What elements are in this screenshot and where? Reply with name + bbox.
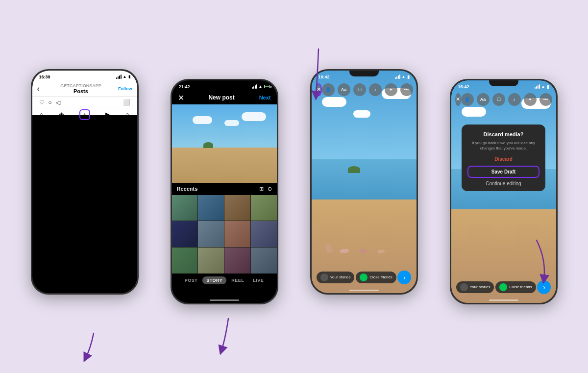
grid-photo-5[interactable]	[172, 221, 198, 247]
story-tab[interactable]: STORY	[202, 276, 226, 284]
text-tool-button-4[interactable]: Aa	[477, 93, 490, 106]
save-icon[interactable]: ⬜	[123, 99, 130, 106]
close-friends-label-3: Close friends	[369, 275, 392, 279]
left-actions: ♡ ○ ◁	[39, 99, 60, 106]
account-name: GETCAPTIONSAPP	[44, 83, 118, 88]
music-tool-button[interactable]: ♪	[369, 83, 382, 96]
grid-photo-9[interactable]	[172, 248, 198, 274]
effects-tool-button[interactable]: ✦	[385, 83, 397, 96]
grid-photo-8[interactable]	[251, 221, 277, 247]
story-tabs: POST STORY REEL LIVE	[172, 274, 277, 287]
notch-1	[70, 71, 99, 76]
photo-grid	[172, 195, 277, 274]
create-nav-button[interactable]: +	[79, 109, 90, 120]
beach-bg-3	[312, 71, 416, 293]
more-options-button[interactable]: •••	[400, 83, 413, 96]
page-title-1: Posts	[44, 88, 118, 94]
back-button[interactable]: ‹	[37, 84, 40, 93]
effects-tool-button-4[interactable]: ✦	[524, 93, 537, 106]
grid-photo-11[interactable]	[224, 248, 250, 274]
close-friends-button-4[interactable]: Close friends	[495, 281, 536, 293]
music-tool-button-4[interactable]: ♪	[508, 93, 521, 106]
cloud-3	[242, 112, 266, 121]
phone-1: 16:39 ▲ ▮ ‹ GETCAPTIONSAPP Posts Follow	[31, 69, 139, 295]
home-nav-icon[interactable]: ⌂	[40, 111, 44, 118]
profile-nav-icon[interactable]: ○	[125, 111, 129, 118]
phone-4: 16:42 ▲ ▮ ✕ 👤 Aa ☐ ♪ ✦ •••	[450, 79, 558, 304]
signal-icon-3	[395, 75, 400, 79]
grid-icon[interactable]: ⊞	[259, 186, 264, 192]
close-story-button-4[interactable]: ✕	[455, 93, 461, 106]
continue-editing-button[interactable]: Continue editing	[467, 181, 539, 186]
grid-photo-4[interactable]	[251, 195, 277, 221]
live-tab[interactable]: LIVE	[249, 276, 268, 284]
story-next-button-3[interactable]: ›	[397, 271, 411, 284]
your-stories-avatar-4	[460, 283, 468, 291]
story-tool-row: 👤 Aa ☐ ♪ ✦ •••	[322, 83, 413, 96]
posts-header: ‹ GETCAPTIONSAPP Posts Follow	[32, 81, 137, 97]
heart-icon[interactable]: ♡	[39, 99, 45, 106]
follow-button[interactable]: Follow	[118, 86, 132, 91]
time-2: 21:42	[179, 84, 190, 89]
reel-tab[interactable]: REEL	[227, 276, 248, 284]
close-friends-avatar-4	[499, 283, 507, 291]
sticker-tool-button[interactable]: ☐	[353, 83, 366, 96]
close-story-button[interactable]: ✕	[316, 83, 322, 96]
camera-icon[interactable]: ⊙	[268, 186, 272, 192]
battery-icon-4: ▮	[547, 84, 549, 89]
search-nav-icon[interactable]: ⊕	[59, 111, 64, 118]
status-icons-3: ▲ ▮	[395, 75, 410, 79]
story-bottom-3: Your stories Close friends ›	[312, 271, 416, 284]
grid-photo-12[interactable]	[251, 248, 277, 274]
right-actions: ⬜	[123, 99, 130, 106]
your-stories-button-3[interactable]: Your stories	[317, 272, 355, 283]
story-toolbar-4: ✕ 👤 Aa ☐ ♪ ✦ •••	[451, 91, 556, 108]
home-indicator-2	[210, 299, 239, 301]
grid-photo-3[interactable]	[224, 195, 250, 221]
bf-island	[348, 166, 360, 173]
grid-photo-6[interactable]	[198, 221, 224, 247]
reels-nav-icon[interactable]: ▶	[105, 111, 110, 118]
close-friends-button-3[interactable]: Close friends	[356, 272, 396, 283]
cloud-1	[193, 116, 212, 124]
tag-person-button[interactable]: 👤	[322, 83, 335, 96]
phone-3: 16:42 ▲ ▮ ✕ 👤 Aa ☐ ♪ ✦ •••	[310, 69, 418, 295]
new-post-header: ✕ New post Next	[172, 91, 277, 104]
signal-icon-4	[535, 85, 540, 89]
next-button[interactable]: Next	[259, 95, 271, 100]
beach-sky	[172, 104, 277, 148]
your-stories-label-3: Your stories	[330, 275, 351, 279]
post-tab[interactable]: POST	[181, 276, 202, 284]
more-options-button-4[interactable]: •••	[539, 93, 552, 106]
wifi-icon-2: ▲	[259, 84, 263, 89]
status-bar-3: 16:42 ▲ ▮	[312, 71, 416, 81]
grid-photo-1[interactable]	[172, 195, 198, 221]
grid-photo-2[interactable]	[198, 195, 224, 221]
battery-icon-2	[264, 85, 270, 88]
nav-bar-1: ⌂ ⊕ + ▶ ○	[32, 108, 137, 121]
share-action-icon[interactable]: ◁	[56, 99, 60, 106]
bf-cloud-2	[353, 110, 370, 118]
wifi-icon-4: ▲	[541, 84, 545, 89]
comment-action-icon[interactable]: ○	[49, 99, 52, 106]
discard-button[interactable]: Discard	[467, 156, 539, 162]
discard-dialog: Discard media? If you go back now, you w…	[462, 124, 545, 191]
sticker-tool-button-4[interactable]: ☐	[492, 93, 505, 106]
cloud-2	[224, 120, 239, 126]
tag-person-button-4[interactable]: 👤	[461, 93, 474, 106]
bf-cloud-1-4	[462, 107, 486, 117]
save-draft-button[interactable]: Save Draft	[467, 166, 539, 178]
story-toolbar: ✕ 👤 Aa ☐ ♪ ✦ •••	[312, 81, 416, 98]
battery-icon-1: ▮	[128, 75, 130, 79]
close-button-2[interactable]: ✕	[178, 93, 184, 102]
wifi-icon-3: ▲	[402, 75, 406, 79]
text-tool-button[interactable]: Aa	[338, 83, 350, 96]
header-text: GETCAPTIONSAPP Posts	[44, 83, 118, 94]
story-next-button-4[interactable]: ›	[537, 280, 551, 294]
your-stories-button-4[interactable]: Your stories	[456, 281, 494, 293]
selected-photo	[172, 104, 277, 183]
your-stories-avatar-3	[320, 274, 328, 281]
grid-photo-10[interactable]	[198, 248, 224, 274]
new-post-title: New post	[208, 94, 234, 101]
grid-photo-7[interactable]	[224, 221, 250, 247]
